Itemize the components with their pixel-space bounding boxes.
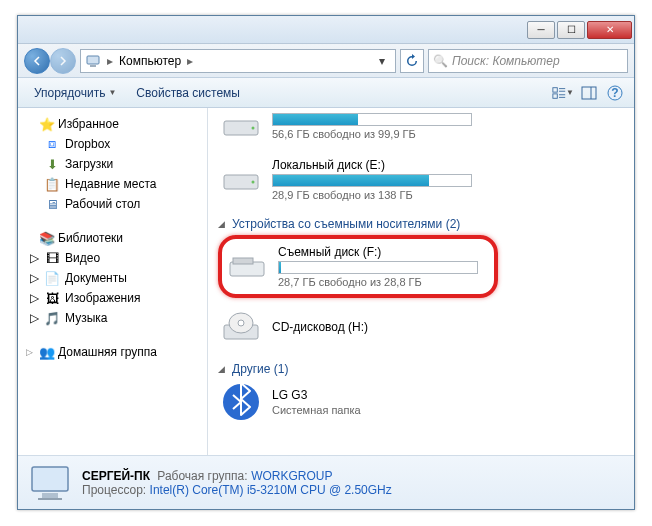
refresh-button[interactable] xyxy=(400,49,424,73)
details-text: СЕРГЕЙ-ПК Рабочая группа: WORKGROUP Проц… xyxy=(82,468,392,497)
computer-big-icon xyxy=(28,461,72,505)
svg-rect-2 xyxy=(553,87,557,91)
expand-icon: ▷ xyxy=(30,311,39,325)
drive-item-cd[interactable]: CD-дисковод (H:) xyxy=(218,306,624,350)
drive-item-c[interactable]: 56,6 ГБ свободно из 99,9 ГБ xyxy=(218,108,624,148)
device-sub: Системная папка xyxy=(272,404,622,416)
expand-icon: ▷ xyxy=(30,251,39,265)
arrow-right-icon xyxy=(58,56,68,66)
drive-item-f[interactable]: Съемный диск (F:) 28,7 ГБ свободно из 28… xyxy=(224,241,480,292)
workgroup-value: WORKGROUP xyxy=(251,469,332,483)
minimize-button[interactable]: ─ xyxy=(527,21,555,39)
homegroup-header[interactable]: ▷ 👥 Домашняя группа xyxy=(18,342,207,362)
group-header-removable[interactable]: ◢ Устройства со съемными носителями (2) xyxy=(218,211,624,235)
help-icon: ? xyxy=(607,85,623,101)
close-button[interactable]: ✕ xyxy=(587,21,632,39)
device-name: LG G3 xyxy=(272,388,622,402)
chevron-down-icon: ▼ xyxy=(108,88,116,97)
svg-rect-19 xyxy=(42,493,58,498)
sidebar-item-dropbox[interactable]: ⧈Dropbox xyxy=(18,134,207,154)
collapse-icon: ◢ xyxy=(218,364,228,374)
music-icon: 🎵 xyxy=(44,310,60,326)
svg-rect-3 xyxy=(553,93,557,97)
expand-icon: ▷ xyxy=(30,271,39,285)
sidebar-item-recent[interactable]: 📋Недавние места xyxy=(18,174,207,194)
svg-rect-13 xyxy=(233,258,253,264)
view-icon xyxy=(552,86,566,100)
computer-name: СЕРГЕЙ-ПК xyxy=(82,469,150,483)
computer-icon xyxy=(85,53,101,69)
breadcrumb-separator: ▸ xyxy=(105,54,115,68)
content-pane: 56,6 ГБ свободно из 99,9 ГБ Локальный ди… xyxy=(208,108,634,455)
search-placeholder: Поиск: Компьютер xyxy=(452,54,560,68)
desktop-icon: 🖥 xyxy=(44,196,60,212)
svg-rect-4 xyxy=(582,87,596,99)
capacity-bar xyxy=(272,113,472,126)
sidebar-item-music[interactable]: ▷🎵Музыка xyxy=(18,308,207,328)
sidebar-item-desktop[interactable]: 🖥Рабочий стол xyxy=(18,194,207,214)
group-header-other[interactable]: ◢ Другие (1) xyxy=(218,356,624,380)
system-properties-button[interactable]: Свойства системы xyxy=(128,82,248,104)
drive-free-text: 28,9 ГБ свободно из 138 ГБ xyxy=(272,189,622,201)
device-item-lg[interactable]: LG G3 Системная папка xyxy=(218,380,624,424)
svg-rect-1 xyxy=(90,65,96,67)
address-bar: ▸ Компьютер ▸ ▾ Поиск: Компьютер xyxy=(18,44,634,78)
homegroup-icon: 👥 xyxy=(39,344,55,360)
toolbar: Упорядочить ▼ Свойства системы ▼ ? xyxy=(18,78,634,108)
help-button[interactable]: ? xyxy=(604,82,626,104)
drive-name: Локальный диск (E:) xyxy=(272,158,622,172)
sidebar-item-downloads[interactable]: ⬇Загрузки xyxy=(18,154,207,174)
drive-name: CD-дисковод (H:) xyxy=(272,320,622,334)
document-icon: 📄 xyxy=(44,270,60,286)
sidebar-item-documents[interactable]: ▷📄Документы xyxy=(18,268,207,288)
favorites-header[interactable]: ⭐ Избранное xyxy=(18,114,207,134)
download-icon: ⬇ xyxy=(44,156,60,172)
capacity-bar xyxy=(278,261,478,274)
svg-point-9 xyxy=(252,127,255,130)
drive-item-e[interactable]: Локальный диск (E:) 28,9 ГБ свободно из … xyxy=(218,154,624,205)
view-chooser-button[interactable]: ▼ xyxy=(552,82,574,104)
bluetooth-icon xyxy=(220,384,262,420)
explorer-window: ─ ☐ ✕ ▸ Компьютер ▸ ▾ Поиск: Компьюте xyxy=(17,15,635,510)
breadcrumb-separator: ▸ xyxy=(185,54,195,68)
cd-drive-icon xyxy=(220,310,262,346)
forward-button[interactable] xyxy=(50,48,76,74)
dropbox-icon: ⧈ xyxy=(44,136,60,152)
chevron-right-icon: ▷ xyxy=(26,347,36,357)
drive-free-text: 28,7 ГБ свободно из 28,8 ГБ xyxy=(278,276,478,288)
navigation-pane: ⭐ Избранное ⧈Dropbox ⬇Загрузки 📋Недавние… xyxy=(18,108,208,455)
drive-free-text: 56,6 ГБ свободно из 99,9 ГБ xyxy=(272,128,622,140)
organize-button[interactable]: Упорядочить ▼ xyxy=(26,82,124,104)
highlighted-drive: Съемный диск (F:) 28,7 ГБ свободно из 28… xyxy=(218,235,498,298)
refresh-icon xyxy=(405,54,419,68)
drive-name: Съемный диск (F:) xyxy=(278,245,478,259)
library-icon: 📚 xyxy=(39,230,55,246)
hdd-icon xyxy=(220,108,262,144)
preview-pane-button[interactable] xyxy=(578,82,600,104)
image-icon: 🖼 xyxy=(44,290,60,306)
svg-text:?: ? xyxy=(611,86,618,100)
address-input[interactable]: ▸ Компьютер ▸ ▾ xyxy=(80,49,396,73)
expand-icon: ▷ xyxy=(30,291,39,305)
cpu-value: Intel(R) Core(TM) i5-3210M CPU @ 2.50GHz xyxy=(150,483,392,497)
recent-icon: 📋 xyxy=(44,176,60,192)
maximize-button[interactable]: ☐ xyxy=(557,21,585,39)
svg-rect-18 xyxy=(32,467,68,491)
svg-rect-20 xyxy=(38,498,62,500)
star-icon: ⭐ xyxy=(39,116,55,132)
breadcrumb-location[interactable]: Компьютер xyxy=(119,54,181,68)
address-dropdown-icon[interactable]: ▾ xyxy=(373,54,391,68)
search-input[interactable]: Поиск: Компьютер xyxy=(428,49,628,73)
svg-point-11 xyxy=(252,180,255,183)
sidebar-item-pictures[interactable]: ▷🖼Изображения xyxy=(18,288,207,308)
collapse-icon: ◢ xyxy=(218,219,228,229)
video-icon: 🎞 xyxy=(44,250,60,266)
libraries-header[interactable]: 📚 Библиотеки xyxy=(18,228,207,248)
arrow-left-icon xyxy=(32,56,42,66)
sidebar-item-video[interactable]: ▷🎞Видео xyxy=(18,248,207,268)
hdd-icon xyxy=(220,162,262,198)
capacity-bar xyxy=(272,174,472,187)
chevron-down-icon: ▼ xyxy=(566,88,574,97)
svg-rect-0 xyxy=(87,56,99,64)
back-button[interactable] xyxy=(24,48,50,74)
